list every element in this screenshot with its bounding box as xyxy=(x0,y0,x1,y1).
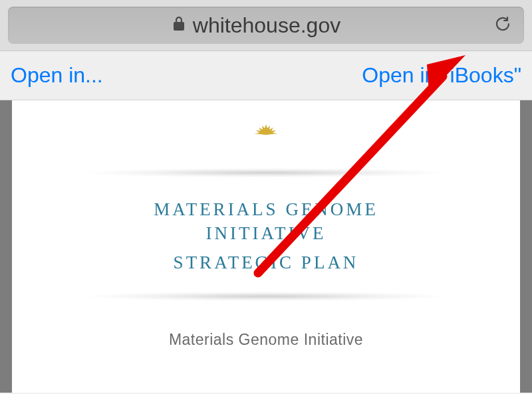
open-in-ibooks-button[interactable]: Open in "iBooks" xyxy=(362,63,521,88)
document-title: MATERIALS GENOME INITIATIVE STRATEGIC PL… xyxy=(12,197,520,273)
url-display: whitehouse.gov xyxy=(20,13,493,38)
url-bar[interactable]: whitehouse.gov xyxy=(8,7,524,44)
title-line-1: MATERIALS GENOME xyxy=(154,199,378,219)
pdf-action-bar: Open in... Open in "iBooks" xyxy=(0,51,532,100)
document-page: MATERIALS GENOME INITIATIVE STRATEGIC PL… xyxy=(12,100,520,393)
url-text: whitehouse.gov xyxy=(193,13,340,38)
browser-top-bar: whitehouse.gov xyxy=(0,0,532,51)
title-line-3: STRATEGIC PLAN xyxy=(12,252,520,273)
divider-shadow-bottom xyxy=(86,292,446,301)
reload-icon[interactable] xyxy=(493,15,512,36)
open-in-button[interactable]: Open in... xyxy=(11,63,103,88)
title-line-2: INITIATIVE xyxy=(206,223,327,243)
divider-shadow-top xyxy=(86,168,446,177)
document-subtitle: Materials Genome Initiative xyxy=(12,331,520,349)
lock-icon xyxy=(173,17,185,34)
crest-icon xyxy=(12,120,520,142)
document-viewport[interactable]: MATERIALS GENOME INITIATIVE STRATEGIC PL… xyxy=(0,100,532,393)
